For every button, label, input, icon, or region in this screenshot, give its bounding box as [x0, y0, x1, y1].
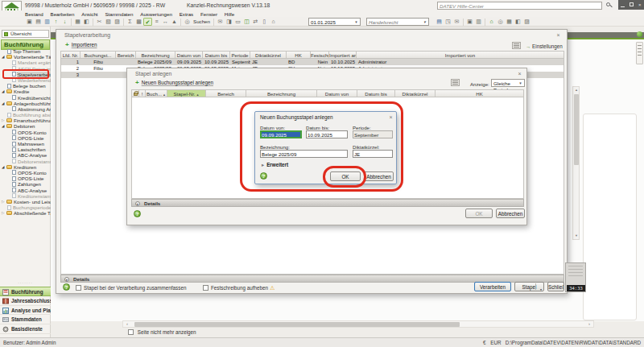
new-batch-link[interactable]: Neuen Buchungsstapel anlegen — [142, 80, 213, 86]
sidebar-item-vorbereitende-taetigkeiten[interactable]: ◢Vorbereitende Tätigkeiten — [0, 54, 51, 60]
toolbar-icon[interactable]: ⌂ — [269, 18, 278, 26]
datum-von-input[interactable] — [260, 130, 302, 138]
toolbar-icon[interactable]: ↓ — [60, 18, 69, 26]
column-header[interactable]: Diktatkürzel — [395, 90, 436, 97]
sidebar-item-abschliessende-taetigkeiten[interactable]: ▷Abschließende Tätigkeiten — [0, 210, 51, 216]
ok-button-disabled[interactable]: OK — [465, 209, 493, 218]
toolbar-icon[interactable]: ◧ — [514, 18, 522, 26]
horizontal-scrollbar[interactable]: ‹ › — [122, 320, 594, 328]
column-header[interactable]: Bereich — [206, 90, 246, 97]
nav-buchfuehrung[interactable]: Buchführung — [0, 287, 51, 296]
toolbar-icon[interactable]: ▭ — [233, 18, 242, 26]
table-settings-icon[interactable] — [451, 79, 460, 86]
column-header[interactable]: ! — [139, 90, 146, 97]
sidebar-item-lastschriften[interactable]: Lastschriften — [0, 147, 51, 152]
scroll-right-icon[interactable]: › — [585, 321, 593, 328]
column-header[interactable]: Datum von — [317, 90, 357, 97]
accounting-context-combo[interactable]: Handelsrecht▾ — [366, 18, 429, 26]
toolbar-icon[interactable]: ◫ — [242, 18, 251, 26]
sidebar-item-opos-liste-kreditoren[interactable]: OPOS-Liste — [0, 176, 51, 181]
column-header[interactable]: Datum bis — [357, 90, 395, 97]
toolbar-icon[interactable]: ▨ — [522, 18, 531, 26]
help-icon[interactable]: ? — [134, 210, 141, 217]
sidebar-item-kredite[interactable]: ◢Kredite — [0, 89, 51, 94]
nav-analyse-und-planung[interactable]: Analyse und Planung — [0, 306, 51, 316]
menu-auswertungen[interactable]: Auswertungen — [140, 11, 172, 17]
sidebar-item-kosten-leistungsrechnung[interactable]: ▷Kosten- und Leistungsrech — [0, 199, 51, 204]
sidebar-item-abstimmung-anlagen[interactable]: Abstimmung Anlagenbu — [0, 106, 51, 112]
toolbar-icon[interactable]: ✉ — [216, 18, 225, 26]
abbrechen-button[interactable]: Abbrechen — [364, 171, 394, 181]
hide-page-checkbox[interactable] — [128, 329, 134, 335]
unlock-checkbox[interactable] — [203, 285, 208, 291]
sidebar-item-kreditoren[interactable]: ◢Kreditoren — [0, 164, 51, 170]
toolbar-icon[interactable]: ✂ — [95, 18, 104, 26]
toolbar-icon[interactable]: ▤ — [435, 18, 444, 26]
sidebar-item-buchfuehrung-abstimmen[interactable]: Buchführung abstimmen — [0, 112, 51, 118]
diktatkuerzel-input[interactable] — [353, 150, 393, 158]
sidebar-item-kreditorenstammdaten[interactable]: Kreditorenstammdaten — [0, 193, 51, 199]
sidebar-item-abc-analyse-kreditoren[interactable]: ABC-Analyse — [0, 188, 51, 193]
column-header[interactable]: Datum bis — [203, 52, 230, 58]
menu-fenster[interactable]: Fenster — [200, 11, 217, 17]
datum-bis-input[interactable] — [306, 130, 348, 138]
scroll-up-icon[interactable]: ▲ — [573, 87, 580, 93]
toolbar-icon[interactable]: ↑ — [52, 18, 60, 26]
merge-checkbox[interactable] — [76, 285, 81, 291]
table-settings-icon[interactable] — [512, 42, 521, 49]
import-link[interactable]: Importieren — [72, 42, 97, 48]
menu-bestand[interactable]: Bestand — [25, 11, 43, 17]
erweitert-expander[interactable]: Erweitert — [262, 162, 288, 167]
settings-link[interactable]: → Einstellungen — [526, 43, 563, 49]
column-header[interactable]: Bezeichnung — [246, 90, 317, 97]
sidebar-item-abc-analyse[interactable]: ABC-Analyse — [0, 152, 51, 158]
toolbar-search-label[interactable]: Suchen — [193, 18, 210, 26]
sidebar-item-wiederkehrende-buchungen[interactable]: Wiederkehrende Buchun — [0, 77, 51, 83]
sidebar-item-mandant-ergaenzen[interactable]: Mandant ergänzen — [0, 60, 51, 65]
help-center-search-input[interactable] — [437, 2, 602, 10]
toolbar-icon[interactable]: ▨ — [113, 18, 122, 26]
column-header[interactable]: HK — [436, 90, 523, 97]
minimize-button[interactable] — [618, 0, 627, 10]
column-header[interactable]: HK — [287, 52, 311, 58]
sidebar-item-buchungsperiode-abschliessen[interactable]: Buchungsperiode abschließ — [0, 204, 51, 210]
column-header[interactable]: Buchungst... — [80, 52, 116, 58]
table-row[interactable]: 1FibuBelege 2025/0909.09.202510.09.2025S… — [61, 59, 564, 65]
scroll-down-icon[interactable]: ▼ — [573, 233, 580, 239]
toolbar-icon[interactable]: ⌂ — [487, 18, 496, 26]
abbrechen-button[interactable]: Abbrechen — [496, 209, 525, 218]
toolbar-icon[interactable]: ↔ — [161, 18, 170, 26]
help-icon[interactable]: ? — [63, 283, 70, 291]
column-header[interactable]: Lfd. Nr. — [61, 52, 80, 58]
close-dialog-icon[interactable]: × — [515, 70, 524, 77]
nav-jahresabschluss[interactable]: Jahresabschluss — [0, 296, 51, 306]
toolbar-icon[interactable]: ▲ — [170, 18, 179, 26]
sidebar-item-belege-buchen[interactable]: Belege buchen — [0, 83, 51, 89]
column-header[interactable]: Bezeichnung — [136, 52, 175, 58]
ok-button[interactable]: OK — [330, 171, 361, 181]
toolbar-icon[interactable]: ▦ — [505, 18, 514, 26]
overview-button[interactable]: Übersicht — [2, 30, 49, 38]
anzeige-combo[interactable]: Gleiche Periode▾ — [491, 79, 525, 87]
sidebar-item-stapelverarbeitung[interactable]: Stapelverarbeitung — [0, 72, 51, 77]
schliessen-button[interactable]: Schließen — [547, 282, 564, 291]
details-expander[interactable]: Details — [131, 199, 524, 207]
sidebar-item-ascii-daten-importieren[interactable]: ASCII-Daten importieren — [0, 66, 51, 72]
lock-column-header[interactable] — [132, 90, 139, 97]
column-header[interactable]: Importiert am — [329, 52, 357, 58]
search-icon[interactable]: ◎ — [183, 18, 192, 26]
sidebar-item-opos-konto-kreditoren[interactable]: OPOS-Konto — [0, 170, 51, 176]
toolbar-icon[interactable]: ▣ — [465, 18, 474, 26]
toolbar-icon[interactable]: ▩ — [134, 18, 143, 26]
stapel-split-button[interactable]: Stapel▾ — [514, 282, 544, 291]
flyout-handle[interactable] — [636, 42, 643, 64]
sidebar-item-finanzbuchfuehrung-auswerten[interactable]: ▷Finanzbuchführung auswer — [0, 118, 51, 123]
restore-button[interactable] — [627, 0, 636, 10]
column-header[interactable]: Importiert von — [357, 52, 564, 58]
sidebar-item-debitorenstammdaten[interactable]: Debitorenstammdaten — [0, 159, 51, 164]
close-window-button[interactable]: × — [635, 0, 644, 10]
scrollbar-thumb[interactable] — [574, 94, 579, 165]
toolbar-icon[interactable]: ◧ — [82, 18, 91, 26]
column-header[interactable]: Diktatkürzel — [250, 52, 287, 58]
column-header[interactable]: Festschr. — [311, 52, 329, 58]
